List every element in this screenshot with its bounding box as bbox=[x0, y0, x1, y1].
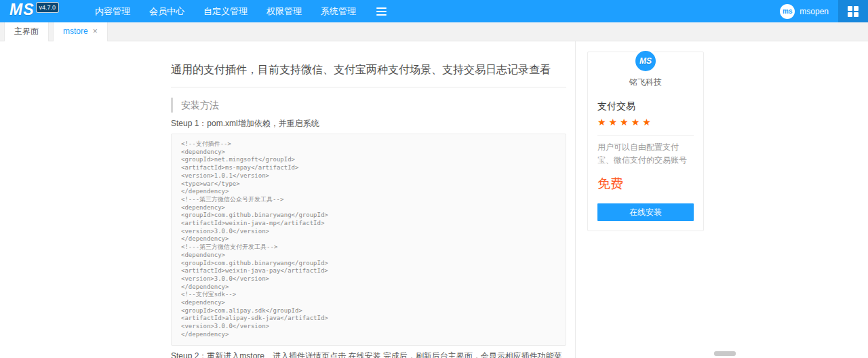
divider bbox=[171, 87, 566, 87]
version-badge: v4.7.0 bbox=[36, 2, 60, 13]
install-method-heading: 安装方法 bbox=[171, 98, 566, 113]
main-nav: 内容管理会员中心自定义管理权限管理系统管理 bbox=[95, 0, 388, 22]
tab-bar: 主界面 mstore× bbox=[0, 22, 868, 41]
tab-mstore[interactable]: mstore× bbox=[53, 22, 108, 41]
plugin-short-description: 用户可以自由配置支付宝、微信支付的交易账号 bbox=[597, 141, 694, 167]
step2-text: Steup 2：重新进入mstore、进入插件详情页点击 在线安装 完成后，刷新… bbox=[171, 351, 566, 358]
apps-grid-button[interactable] bbox=[838, 0, 868, 22]
code-block: <!--支付插件--> <dependency> <groupId>net.mi… bbox=[171, 134, 566, 346]
panel-divider bbox=[575, 41, 576, 358]
plugin-detail-doc: 通用的支付插件，目前支持微信、支付宝两种支付场景、支持交易日志记录查看 安装方法… bbox=[171, 41, 566, 358]
user-area[interactable]: ms msopen bbox=[780, 0, 829, 22]
username[interactable]: msopen bbox=[800, 7, 829, 16]
nav-item-3[interactable]: 自定义管理 bbox=[203, 5, 248, 18]
grid-icon bbox=[848, 6, 859, 17]
app-root: MSv4.7.0 内容管理会员中心自定义管理权限管理系统管理 ms msopen… bbox=[0, 0, 868, 358]
online-install-button[interactable]: 在线安装 bbox=[597, 203, 694, 221]
tab-label: 主界面 bbox=[14, 26, 39, 36]
avatar[interactable]: ms bbox=[780, 4, 795, 19]
price-label: 免费 bbox=[597, 175, 694, 193]
nav-item-4[interactable]: 权限管理 bbox=[267, 5, 302, 18]
rating-stars: ★★★★★ bbox=[597, 116, 694, 128]
logo-text: MS bbox=[9, 1, 35, 18]
vendor-logo: MS bbox=[633, 49, 658, 73]
plugin-description-title: 通用的支付插件，目前支持微信、支付宝两种支付场景、支持交易日志记录查看 bbox=[171, 41, 566, 77]
vendor-name: 铭飞科技 bbox=[597, 77, 694, 88]
plugin-name: 支付交易 bbox=[597, 100, 694, 113]
nav-item-2[interactable]: 会员中心 bbox=[149, 5, 184, 18]
plugin-info-card: MS 铭飞科技 支付交易 ★★★★★ 用户可以自由配置支付宝、微信支付的交易账号… bbox=[587, 52, 704, 231]
app-logo[interactable]: MSv4.7.0 bbox=[9, 1, 59, 19]
tab-label: mstore bbox=[63, 26, 88, 36]
step1-text: Steup 1：pom.xml增加依赖，并重启系统 bbox=[171, 119, 566, 129]
tab-main-screen[interactable]: 主界面 bbox=[4, 22, 49, 41]
close-tab-icon[interactable]: × bbox=[93, 26, 98, 36]
nav-item-1[interactable]: 内容管理 bbox=[95, 5, 130, 18]
top-header-bar: MSv4.7.0 内容管理会员中心自定义管理权限管理系统管理 ms msopen bbox=[0, 0, 868, 22]
collapse-menu-icon[interactable] bbox=[375, 6, 388, 17]
nav-item-5[interactable]: 系统管理 bbox=[321, 5, 356, 18]
card-divider bbox=[597, 135, 694, 136]
horizontal-scrollbar-thumb[interactable] bbox=[714, 351, 736, 356]
